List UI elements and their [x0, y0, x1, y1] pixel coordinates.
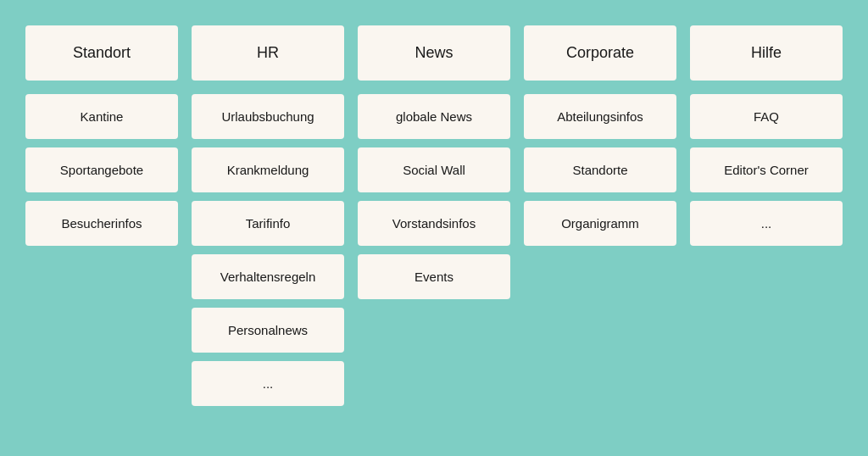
- item-hilfe-1[interactable]: Editor's Corner: [690, 147, 843, 192]
- column-news: Newsglobale NewsSocial WallVorstandsinfo…: [358, 25, 510, 406]
- item-standort-1[interactable]: Sportangebote: [25, 147, 178, 192]
- item-standort-0[interactable]: Kantine: [25, 94, 178, 139]
- item-corporate-1[interactable]: Standorte: [524, 147, 676, 192]
- header-news[interactable]: News: [358, 25, 510, 81]
- item-hr-5[interactable]: ...: [192, 361, 344, 406]
- column-standort: StandortKantineSportangeboteBesucherinfo…: [25, 25, 178, 406]
- header-corporate[interactable]: Corporate: [524, 25, 676, 81]
- item-standort-2[interactable]: Besucherinfos: [25, 201, 178, 246]
- item-news-1[interactable]: Social Wall: [358, 147, 510, 192]
- header-standort[interactable]: Standort: [25, 25, 178, 81]
- item-hr-2[interactable]: Tarifinfo: [192, 201, 344, 246]
- column-hilfe: HilfeFAQEditor's Corner...: [690, 25, 843, 406]
- column-hr: HRUrlaubsbuchungKrankmeldungTarifinfoVer…: [192, 25, 344, 406]
- item-hilfe-2[interactable]: ...: [690, 201, 843, 246]
- header-hilfe[interactable]: Hilfe: [690, 25, 843, 81]
- item-hr-1[interactable]: Krankmeldung: [192, 147, 344, 192]
- item-hr-3[interactable]: Verhaltensregeln: [192, 254, 344, 299]
- main-grid: StandortKantineSportangeboteBesucherinfo…: [17, 17, 851, 414]
- item-corporate-0[interactable]: Abteilungsinfos: [524, 94, 676, 139]
- column-corporate: CorporateAbteilungsinfosStandorteOrganig…: [524, 25, 676, 406]
- item-hr-0[interactable]: Urlaubsbuchung: [192, 94, 344, 139]
- item-news-2[interactable]: Vorstandsinfos: [358, 201, 510, 246]
- item-news-0[interactable]: globale News: [358, 94, 510, 139]
- item-news-3[interactable]: Events: [358, 254, 510, 299]
- item-corporate-2[interactable]: Organigramm: [524, 201, 676, 246]
- header-hr[interactable]: HR: [192, 25, 344, 81]
- item-hilfe-0[interactable]: FAQ: [690, 94, 843, 139]
- item-hr-4[interactable]: Personalnews: [192, 308, 344, 353]
